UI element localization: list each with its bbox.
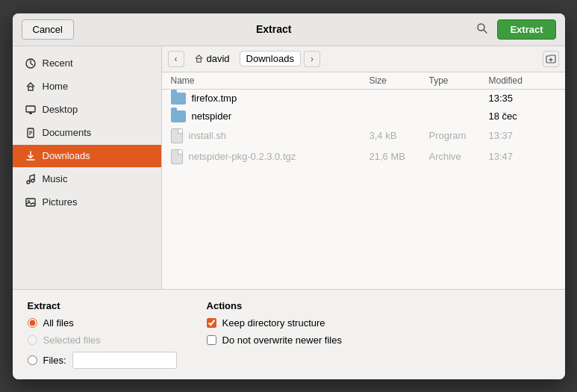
file-type: Program bbox=[429, 130, 489, 141]
col-header-size[interactable]: Size bbox=[369, 75, 429, 86]
no-overwrite-checkbox-item[interactable]: Do not overwrite newer files bbox=[207, 335, 342, 346]
sidebar-item-recent[interactable]: Recent bbox=[13, 52, 161, 75]
table-row[interactable]: netspider 18 čec bbox=[162, 108, 565, 125]
path-current-label: Downloads bbox=[246, 53, 294, 64]
home-path-icon bbox=[194, 54, 204, 63]
file-modified: 13:47 bbox=[489, 151, 556, 162]
sidebar-label-pictures: Pictures bbox=[43, 196, 78, 208]
sidebar-label-home: Home bbox=[43, 81, 69, 92]
file-name-text: firefox.tmp bbox=[192, 93, 237, 104]
file-name-text: netspider-pkg-0.2.3.0.tgz bbox=[189, 151, 296, 162]
search-icon bbox=[476, 22, 488, 34]
table-row[interactable]: install.sh 3,4 kB Program 13:37 bbox=[162, 125, 565, 146]
documents-icon bbox=[25, 127, 37, 139]
file-modified: 13:35 bbox=[489, 93, 556, 104]
files-radio[interactable] bbox=[28, 355, 37, 365]
no-overwrite-label: Do not overwrite newer files bbox=[222, 335, 342, 346]
no-overwrite-checkbox[interactable] bbox=[207, 335, 216, 345]
file-name-text: netspider bbox=[192, 111, 231, 122]
extract-section-title: Extract bbox=[28, 300, 177, 311]
actions-section: Actions Keep directory structure Do not … bbox=[207, 300, 342, 369]
music-icon bbox=[25, 173, 37, 185]
svg-line-1 bbox=[484, 30, 487, 33]
download-icon bbox=[25, 150, 37, 162]
file-list: firefox.tmp 13:35 netspider 18 čec bbox=[162, 90, 565, 289]
sidebar: Recent Home Desktop Documents bbox=[13, 46, 162, 289]
files-input-row: Files: bbox=[28, 352, 177, 369]
col-header-name[interactable]: Name bbox=[171, 75, 369, 86]
file-modified: 18 čec bbox=[489, 111, 556, 122]
all-files-radio-item[interactable]: All files bbox=[28, 317, 177, 329]
pictures-icon bbox=[25, 196, 37, 208]
sidebar-item-documents[interactable]: Documents bbox=[13, 122, 161, 144]
dialog-title: Extract bbox=[80, 23, 467, 35]
folder-icon bbox=[171, 93, 186, 105]
svg-rect-17 bbox=[196, 59, 201, 63]
svg-rect-15 bbox=[26, 199, 35, 206]
all-files-label: All files bbox=[43, 317, 74, 329]
file-modified: 13:37 bbox=[489, 130, 556, 141]
sidebar-item-pictures[interactable]: Pictures bbox=[13, 191, 161, 214]
svg-rect-4 bbox=[26, 106, 35, 112]
sidebar-item-music[interactable]: Music bbox=[13, 168, 161, 190]
clock-icon bbox=[25, 57, 37, 69]
sidebar-item-home[interactable]: Home bbox=[13, 75, 161, 98]
sidebar-label-downloads: Downloads bbox=[43, 150, 90, 161]
sidebar-item-desktop[interactable]: Desktop bbox=[13, 99, 161, 121]
extract-button[interactable]: Extract bbox=[497, 19, 555, 40]
search-button[interactable] bbox=[473, 19, 491, 40]
new-folder-button[interactable] bbox=[543, 51, 559, 67]
selected-files-radio-item[interactable]: Selected files bbox=[28, 335, 177, 346]
home-icon bbox=[25, 81, 37, 93]
main-content: ‹ david Downloads › bbox=[162, 46, 565, 289]
sidebar-item-downloads[interactable]: Downloads bbox=[13, 145, 161, 167]
sidebar-label-desktop: Desktop bbox=[43, 104, 78, 115]
body: Recent Home Desktop Documents bbox=[13, 46, 565, 289]
col-header-modified[interactable]: Modified bbox=[489, 75, 556, 86]
bottom-panel: Extract All files Selected files Files: bbox=[13, 289, 565, 379]
path-current-segment[interactable]: Downloads bbox=[240, 51, 301, 66]
col-header-type[interactable]: Type bbox=[429, 75, 489, 86]
file-name-cell: firefox.tmp bbox=[171, 93, 369, 105]
table-row[interactable]: netspider-pkg-0.2.3.0.tgz 21,6 MB Archiv… bbox=[162, 146, 565, 167]
path-back-button[interactable]: ‹ bbox=[168, 51, 184, 67]
svg-rect-3 bbox=[28, 87, 33, 90]
path-bar: ‹ david Downloads › bbox=[162, 46, 565, 72]
files-text-input[interactable] bbox=[72, 352, 177, 369]
desktop-icon bbox=[25, 104, 37, 116]
keep-directory-label: Keep directory structure bbox=[222, 317, 325, 329]
file-name-cell: netspider-pkg-0.2.3.0.tgz bbox=[171, 149, 369, 164]
file-type: Archive bbox=[429, 151, 489, 162]
folder-icon bbox=[171, 111, 186, 122]
file-name-cell: netspider bbox=[171, 111, 369, 122]
actions-section-title: Actions bbox=[207, 300, 342, 311]
extract-radio-group: All files Selected files Files: bbox=[28, 317, 177, 369]
file-name-text: install.sh bbox=[189, 130, 227, 141]
header: Cancel Extract Extract bbox=[13, 13, 565, 46]
path-home-label: david bbox=[207, 53, 230, 64]
extract-section: Extract All files Selected files Files: bbox=[28, 300, 177, 369]
file-icon bbox=[171, 128, 183, 143]
dialog: Cancel Extract Extract Recent Home bbox=[13, 13, 565, 379]
file-size: 21,6 MB bbox=[369, 151, 429, 162]
actions-checkbox-group: Keep directory structure Do not overwrit… bbox=[207, 317, 342, 346]
cancel-button[interactable]: Cancel bbox=[22, 19, 74, 40]
keep-directory-checkbox-item[interactable]: Keep directory structure bbox=[207, 317, 342, 329]
path-forward-button[interactable]: › bbox=[304, 51, 320, 67]
sidebar-label-recent: Recent bbox=[43, 57, 73, 69]
files-radio-label: Files: bbox=[43, 355, 66, 366]
sidebar-label-documents: Documents bbox=[43, 127, 92, 138]
keep-directory-checkbox[interactable] bbox=[207, 318, 216, 328]
files-radio-item[interactable]: Files: bbox=[28, 355, 66, 366]
selected-files-label: Selected files bbox=[43, 335, 101, 346]
path-home-segment[interactable]: david bbox=[187, 51, 237, 66]
file-name-cell: install.sh bbox=[171, 128, 369, 143]
file-size: 3,4 kB bbox=[369, 130, 429, 141]
all-files-radio[interactable] bbox=[28, 318, 37, 328]
selected-files-radio[interactable] bbox=[28, 335, 37, 345]
table-row[interactable]: firefox.tmp 13:35 bbox=[162, 90, 565, 108]
new-folder-icon bbox=[546, 54, 556, 64]
file-icon bbox=[171, 149, 183, 164]
file-list-header: Name Size Type Modified bbox=[162, 72, 565, 90]
sidebar-label-music: Music bbox=[43, 173, 68, 184]
